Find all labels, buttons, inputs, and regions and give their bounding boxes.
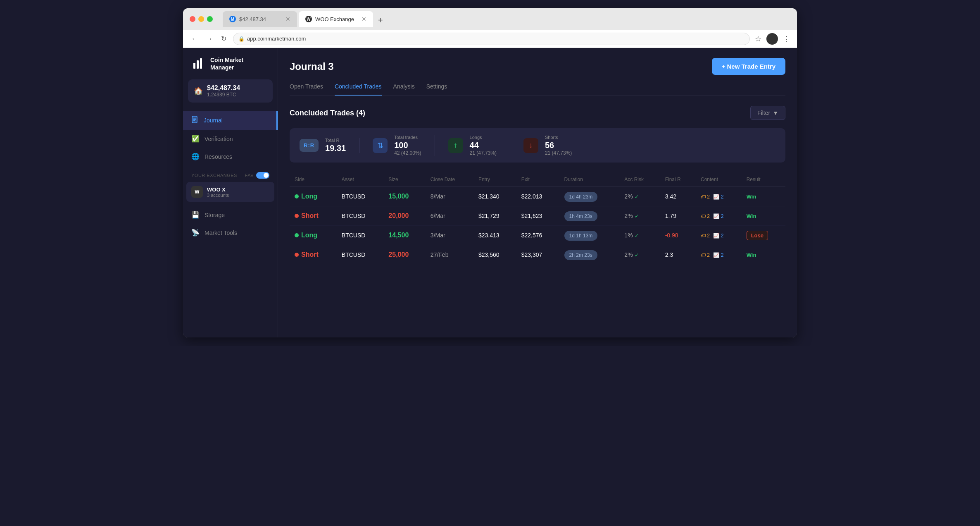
table-row[interactable]: Short BTCUSD 20,000 6/Mar $21,729 $21,62… — [290, 206, 785, 226]
total-trades-label: Total trades — [394, 135, 421, 140]
cell-entry: $21,729 — [473, 206, 516, 226]
tag-icon: 🏷 2 — [701, 194, 710, 200]
sidebar-item-resources[interactable]: 🌐 Resources — [183, 148, 278, 165]
exit-value: $21,623 — [521, 213, 542, 219]
market-tools-label: Market Tools — [205, 230, 237, 236]
forward-button[interactable]: → — [205, 33, 214, 44]
cell-final-r: 2.3 — [660, 245, 696, 265]
cell-content: 🏷 2 📈 2 — [696, 206, 742, 226]
exchange-item-woo[interactable]: W WOO X 3 accounts — [186, 182, 274, 202]
total-trades-value: 100 — [394, 141, 421, 150]
fav-toggle[interactable] — [256, 172, 269, 179]
balance-amount: $42,487.34 — [207, 84, 240, 92]
sidebar-item-journal[interactable]: Journal — [183, 111, 278, 130]
cell-duration: 1h 4m 23s — [559, 206, 620, 226]
filter-label: Filter — [757, 110, 770, 116]
cell-result: Win — [742, 187, 785, 206]
result-win: Win — [747, 194, 756, 200]
risk-value: 1% — [624, 232, 633, 239]
cell-close-date: 6/Mar — [426, 206, 473, 226]
cell-final-r: -0.98 — [660, 226, 696, 245]
cell-result: Win — [742, 206, 785, 226]
back-button[interactable]: ← — [190, 33, 200, 44]
browser-tab-2[interactable]: W WOO Exchange ✕ — [299, 11, 373, 27]
cell-size: 14,500 — [383, 226, 426, 245]
sidebar-logo: Coin MarketManager — [183, 56, 278, 79]
url-bar[interactable]: 🔒 app.coinmarketman.com — [233, 33, 750, 45]
resources-label: Resources — [205, 153, 232, 160]
cell-asset: BTCUSD — [337, 245, 384, 265]
sidebar-item-storage[interactable]: 💾 Storage — [183, 206, 278, 224]
window-controls — [190, 16, 213, 22]
svg-rect-6 — [193, 119, 196, 120]
exit-value: $23,307 — [521, 251, 542, 258]
col-content: Content — [696, 172, 742, 187]
cell-close-date: 27/Feb — [426, 245, 473, 265]
tab-analysis[interactable]: Analysis — [393, 83, 415, 96]
cell-side: Short — [290, 245, 337, 265]
shorts-stat: Shorts 56 21 (47.73%) — [545, 135, 572, 156]
tag-icon: 🏷 2 — [701, 252, 710, 258]
stats-row: R:R Total R 19.31 ⇅ Total trades 100 42 … — [290, 128, 785, 163]
reload-button[interactable]: ↻ — [219, 33, 228, 44]
col-entry: Entry — [473, 172, 516, 187]
bookmark-button[interactable]: ☆ — [755, 34, 761, 43]
tab-open-trades[interactable]: Open Trades — [290, 83, 323, 96]
stat-group-longs: ↑ Longs 44 21 (47.73%) — [448, 135, 510, 156]
col-asset: Asset — [337, 172, 384, 187]
cell-duration: 2h 2m 23s — [559, 245, 620, 265]
sidebar-item-verification[interactable]: ✅ Verification — [183, 130, 278, 148]
tab-concluded-trades[interactable]: Concluded Trades — [335, 83, 382, 96]
fav-label: FAV — [245, 173, 254, 178]
cell-content: 🏷 2 📈 2 — [696, 245, 742, 265]
cell-exit: $23,307 — [516, 245, 559, 265]
entry-value: $23,560 — [478, 251, 500, 258]
user-avatar[interactable] — [766, 33, 778, 45]
cell-exit: $22,576 — [516, 226, 559, 245]
filter-button[interactable]: Filter ▼ — [750, 106, 785, 120]
woo-exchange-icon: W — [191, 186, 203, 198]
col-size: Size — [383, 172, 426, 187]
menu-button[interactable]: ⋮ — [783, 34, 790, 43]
tab-1-close[interactable]: ✕ — [285, 16, 290, 22]
tab-settings[interactable]: Settings — [426, 83, 447, 96]
close-button[interactable] — [190, 16, 195, 22]
date-value: 3/Mar — [431, 232, 445, 239]
new-tab-button[interactable]: + — [375, 14, 386, 27]
table-row[interactable]: Long BTCUSD 15,000 8/Mar $21,340 $22,013… — [290, 187, 785, 206]
svg-rect-0 — [193, 63, 195, 69]
shorts-win-value: 21 (47.73%) — [545, 150, 572, 156]
chart-icon: 📈 2 — [713, 252, 723, 258]
balance-info: $42,487.34 1.24939 BTC — [207, 84, 240, 98]
exchanges-label: YOUR EXCHANGES — [191, 173, 237, 178]
sidebar-item-market-tools[interactable]: 📡 Market Tools — [183, 224, 278, 241]
tag-icon: 🏷 2 — [701, 213, 710, 219]
minimize-button[interactable] — [198, 16, 204, 22]
table-row[interactable]: Long BTCUSD 14,500 3/Mar $23,413 $22,576… — [290, 226, 785, 245]
tabs-nav: Open Trades Concluded Trades Analysis Se… — [290, 83, 785, 96]
new-trade-button[interactable]: + New Trade Entry — [712, 58, 785, 75]
cell-entry: $21,340 — [473, 187, 516, 206]
col-result: Result — [742, 172, 785, 187]
cell-acc-risk: 1% ✓ — [619, 226, 660, 245]
cell-content: 🏷 2 📈 2 — [696, 226, 742, 245]
table-row[interactable]: Short BTCUSD 25,000 27/Feb $23,560 $23,3… — [290, 245, 785, 265]
duration-value: 2h 2m 23s — [564, 250, 597, 260]
cell-asset: BTCUSD — [337, 187, 384, 206]
browser-tab-1[interactable]: M $42,487.34 ✕ — [223, 11, 297, 27]
asset-value: BTCUSD — [342, 251, 366, 258]
balance-btc: 1.24939 BTC — [207, 92, 240, 98]
risk-value: 2% — [624, 193, 633, 200]
cell-entry: $23,413 — [473, 226, 516, 245]
trades-tbody: Long BTCUSD 15,000 8/Mar $21,340 $22,013… — [290, 187, 785, 265]
cell-final-r: 3.42 — [660, 187, 696, 206]
duration-value: 1h 4m 23s — [564, 211, 597, 221]
total-r-label: Total R — [325, 138, 346, 143]
side-value: Long — [295, 232, 332, 239]
result-win: Win — [747, 213, 756, 219]
tab-2-close[interactable]: ✕ — [362, 16, 366, 22]
asset-value: BTCUSD — [342, 232, 366, 239]
rr-icon: R:R — [300, 139, 319, 152]
balance-box[interactable]: 🏠 $42,487.34 1.24939 BTC — [188, 79, 273, 103]
maximize-button[interactable] — [207, 16, 213, 22]
